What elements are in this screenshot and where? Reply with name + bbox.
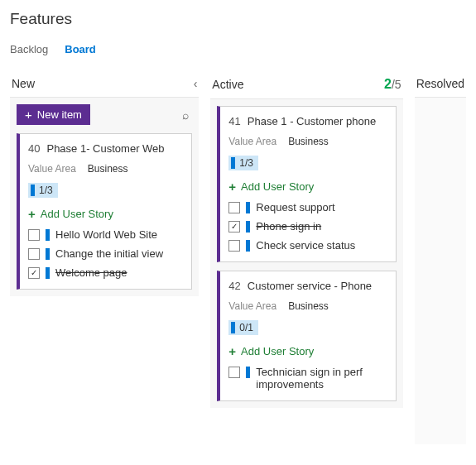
plus-icon: + <box>228 180 236 193</box>
plus-icon: + <box>228 345 236 357</box>
add-user-story-button[interactable]: + Add User Story <box>228 180 387 193</box>
view-tabs: Backlog Board <box>10 43 466 55</box>
search-icon[interactable]: ⌕ <box>179 108 192 122</box>
progress-bar-icon <box>231 157 235 169</box>
tab-board[interactable]: Board <box>65 43 96 55</box>
story-checkbox[interactable] <box>228 367 240 378</box>
column-resolved: Resolved <box>415 77 466 444</box>
field-value: Business <box>88 163 128 175</box>
field-value: Business <box>288 136 329 147</box>
story-checkbox[interactable] <box>228 221 240 232</box>
user-story-item[interactable]: Hello World Web Site <box>28 228 183 241</box>
progress-badge: 1/3 <box>228 156 258 170</box>
add-user-story-button[interactable]: + Add User Story <box>28 208 183 220</box>
user-story-item[interactable]: Request support <box>228 201 387 213</box>
story-label: Check service status <box>256 239 387 252</box>
card-title: Phase 1- Customer Web <box>46 142 164 155</box>
progress-text: 1/3 <box>239 157 253 169</box>
column-resolved-title: Resolved <box>416 77 464 90</box>
story-label: Welcome page <box>55 266 183 279</box>
progress-bar-icon <box>31 185 35 196</box>
field-label: Value Area <box>28 163 76 175</box>
feature-card[interactable]: 42 Customer service - Phone Value Area B… <box>217 271 396 401</box>
wip-limit: /5 <box>392 78 401 91</box>
column-new-title: New <box>12 77 35 90</box>
story-type-icon <box>246 240 250 252</box>
card-id: 41 <box>228 115 240 127</box>
column-active: Active 2/5 41 Phase 1 - Customer phone V… <box>210 77 402 444</box>
story-label: Hello World Web Site <box>55 228 183 241</box>
collapse-icon[interactable]: ‹ <box>194 77 198 90</box>
column-active-title: Active <box>212 78 243 91</box>
story-label: Change the initial view <box>55 247 183 260</box>
progress-bar-icon <box>231 322 235 333</box>
add-user-story-label: Add User Story <box>241 345 314 357</box>
user-story-item[interactable]: Technician sign in perf improvements <box>228 366 387 391</box>
field-value: Business <box>288 300 329 312</box>
story-checkbox[interactable] <box>28 248 40 260</box>
story-checkbox[interactable] <box>28 229 40 241</box>
progress-badge: 1/3 <box>28 183 58 198</box>
add-user-story-label: Add User Story <box>241 180 314 193</box>
progress-badge: 0/1 <box>228 320 258 335</box>
wip-indicator: 2/5 <box>384 77 401 92</box>
story-label: Technician sign in perf improvements <box>256 366 387 391</box>
card-title: Phase 1 - Customer phone <box>248 115 376 127</box>
user-story-item[interactable]: Welcome page <box>28 266 183 279</box>
story-checkbox[interactable] <box>228 202 240 213</box>
feature-card[interactable]: 41 Phase 1 - Customer phone Value Area B… <box>217 106 396 262</box>
user-story-item[interactable]: Phone sign in <box>228 220 387 232</box>
story-type-icon <box>46 248 50 260</box>
new-item-button[interactable]: + New item <box>17 104 90 125</box>
progress-text: 1/3 <box>39 185 53 196</box>
story-label: Phone sign in <box>256 220 387 232</box>
story-checkbox[interactable] <box>28 267 40 279</box>
story-type-icon <box>46 267 50 279</box>
story-type-icon <box>246 221 250 232</box>
card-id: 40 <box>28 142 40 155</box>
column-new: New ‹ + New item ⌕ 40 Phase 1- Customer … <box>10 77 199 444</box>
user-story-item[interactable]: Check service status <box>228 239 387 252</box>
add-user-story-label: Add User Story <box>41 208 113 220</box>
field-label: Value Area <box>228 300 276 312</box>
card-title: Customer service - Phone <box>248 280 372 292</box>
add-user-story-button[interactable]: + Add User Story <box>228 345 387 357</box>
wip-count: 2 <box>384 77 392 91</box>
feature-card[interactable]: 40 Phase 1- Customer Web Value Area Busi… <box>17 133 192 290</box>
plus-icon: + <box>25 108 32 121</box>
field-label: Value Area <box>228 136 276 147</box>
page-title: Features <box>10 10 466 28</box>
story-label: Request support <box>256 201 387 213</box>
story-type-icon <box>246 367 250 378</box>
progress-text: 0/1 <box>239 322 253 333</box>
story-type-icon <box>46 229 50 241</box>
story-checkbox[interactable] <box>228 240 240 252</box>
tab-backlog[interactable]: Backlog <box>10 43 48 55</box>
new-item-label: New item <box>37 108 82 121</box>
story-type-icon <box>246 202 250 213</box>
plus-icon: + <box>28 208 36 220</box>
card-id: 42 <box>228 280 240 292</box>
user-story-item[interactable]: Change the initial view <box>28 247 183 260</box>
